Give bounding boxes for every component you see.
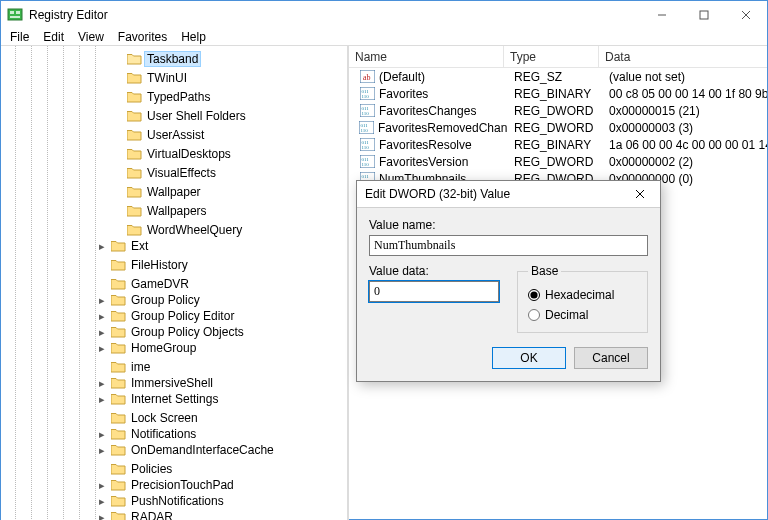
- tree-item[interactable]: ▸PrecisionTouchPad: [1, 477, 347, 493]
- svg-text:110: 110: [361, 145, 369, 150]
- value-row[interactable]: 011110FavoritesResolveREG_BINARY1a 06 00…: [349, 136, 767, 153]
- dialog-close-button[interactable]: [628, 184, 652, 204]
- menu-view[interactable]: View: [71, 29, 111, 45]
- menubar: FileEditViewFavoritesHelp: [1, 29, 767, 45]
- value-type: REG_BINARY: [514, 87, 591, 101]
- col-data[interactable]: Data: [599, 46, 767, 67]
- tree-item[interactable]: TypedPaths: [1, 89, 347, 105]
- maximize-button[interactable]: [683, 1, 725, 29]
- tree-item-label: TypedPaths: [145, 90, 212, 104]
- tree-item[interactable]: FileHistory: [1, 257, 347, 273]
- folder-icon: [126, 109, 142, 123]
- tree-item-label: VisualEffects: [145, 166, 218, 180]
- value-name: FavoritesRemovedChanges: [378, 121, 508, 135]
- col-type[interactable]: Type: [504, 46, 599, 67]
- value-data-input[interactable]: [369, 281, 499, 302]
- tree-item-label: VirtualDesktops: [145, 147, 233, 161]
- folder-icon: [110, 494, 126, 508]
- dialog-titlebar[interactable]: Edit DWORD (32-bit) Value: [357, 181, 660, 208]
- tree-expander-icon[interactable]: ▸: [95, 341, 109, 355]
- tree-expander-icon[interactable]: ▸: [95, 510, 109, 520]
- svg-text:110: 110: [361, 162, 369, 167]
- tree-item[interactable]: ▸Group Policy Editor: [1, 308, 347, 324]
- menu-edit[interactable]: Edit: [36, 29, 71, 45]
- tree-expander-icon[interactable]: ▸: [95, 478, 109, 492]
- tree-item[interactable]: ▸Group Policy: [1, 292, 347, 308]
- tree-item[interactable]: ▸HomeGroup: [1, 340, 347, 356]
- tree-item[interactable]: WordWheelQuery: [1, 222, 347, 238]
- tree-item[interactable]: Wallpapers: [1, 203, 347, 219]
- tree-expander-icon[interactable]: ▸: [95, 239, 109, 253]
- menu-file[interactable]: File: [3, 29, 36, 45]
- tree-expander-icon[interactable]: ▸: [95, 392, 109, 406]
- value-row[interactable]: 011110FavoritesVersionREG_DWORD0x0000000…: [349, 153, 767, 170]
- folder-icon: [110, 392, 126, 406]
- tree-expander-icon[interactable]: ▸: [95, 443, 109, 457]
- ok-button[interactable]: OK: [492, 347, 566, 369]
- edit-dword-dialog[interactable]: Edit DWORD (32-bit) Value Value name: Va…: [356, 180, 661, 382]
- tree-item[interactable]: User Shell Folders: [1, 108, 347, 124]
- tree-item[interactable]: Lock Screen: [1, 410, 347, 426]
- menu-favorites[interactable]: Favorites: [111, 29, 174, 45]
- titlebar[interactable]: Registry Editor: [1, 1, 767, 29]
- minimize-button[interactable]: [641, 1, 683, 29]
- radio-hexadecimal[interactable]: Hexadecimal: [528, 286, 637, 304]
- folder-icon: [126, 52, 142, 66]
- tree-item-label: Notifications: [129, 427, 198, 441]
- value-data: 1a 06 00 00 4c 00 00 00 01 14 02 00: [609, 138, 767, 152]
- tree-item[interactable]: Wallpaper: [1, 184, 347, 200]
- tree-item[interactable]: ▸Internet Settings: [1, 391, 347, 407]
- radio-hexadecimal-input[interactable]: [528, 289, 540, 301]
- value-row[interactable]: 011110FavoritesChangesREG_DWORD0x0000001…: [349, 102, 767, 119]
- tree-item-label: ImmersiveShell: [129, 376, 215, 390]
- folder-icon: [126, 90, 142, 104]
- tree-item[interactable]: ime: [1, 359, 347, 375]
- tree-expander-icon[interactable]: ▸: [95, 293, 109, 307]
- tree-item[interactable]: GameDVR: [1, 276, 347, 292]
- tree-item-label: GameDVR: [129, 277, 191, 291]
- cancel-button[interactable]: Cancel: [574, 347, 648, 369]
- tree-item[interactable]: VirtualDesktops: [1, 146, 347, 162]
- radio-decimal[interactable]: Decimal: [528, 306, 637, 324]
- value-name: Favorites: [379, 87, 428, 101]
- radio-decimal-input[interactable]: [528, 309, 540, 321]
- tree-item[interactable]: ▸Group Policy Objects: [1, 324, 347, 340]
- tree-item[interactable]: VisualEffects: [1, 165, 347, 181]
- folder-icon: [126, 128, 142, 142]
- tree-item[interactable]: ▸Notifications: [1, 426, 347, 442]
- value-row[interactable]: ab(Default)REG_SZ(value not set): [349, 68, 767, 85]
- tree-expander-icon[interactable]: ▸: [95, 309, 109, 323]
- values-header[interactable]: Name Type Data: [349, 46, 767, 68]
- tree-item[interactable]: ▸OnDemandInterfaceCache: [1, 442, 347, 458]
- tree-expander-icon[interactable]: ▸: [95, 494, 109, 508]
- col-name[interactable]: Name: [349, 46, 504, 67]
- tree-item[interactable]: Taskband: [1, 51, 347, 67]
- value-row[interactable]: 011110FavoritesREG_BINARY00 c8 05 00 00 …: [349, 85, 767, 102]
- tree-item[interactable]: UserAssist: [1, 127, 347, 143]
- tree-item[interactable]: TWinUI: [1, 70, 347, 86]
- tree-item[interactable]: Policies: [1, 461, 347, 477]
- value-row[interactable]: 011110FavoritesRemovedChangesREG_DWORD0x…: [349, 119, 767, 136]
- close-button[interactable]: [725, 1, 767, 29]
- svg-text:ab: ab: [363, 73, 371, 82]
- folder-icon: [126, 185, 142, 199]
- tree-expander-icon[interactable]: ▸: [95, 376, 109, 390]
- folder-icon: [126, 204, 142, 218]
- tree-expander-icon[interactable]: ▸: [95, 427, 109, 441]
- tree-item[interactable]: ▸ImmersiveShell: [1, 375, 347, 391]
- folder-icon: [110, 239, 126, 253]
- svg-text:110: 110: [361, 94, 369, 99]
- folder-icon: [110, 293, 126, 307]
- tree-panel[interactable]: TaskbandTWinUITypedPathsUser Shell Folde…: [1, 46, 349, 520]
- tree-expander-icon[interactable]: ▸: [95, 325, 109, 339]
- tree-item[interactable]: ▸PushNotifications: [1, 493, 347, 509]
- value-binary-icon: 011110: [359, 104, 375, 118]
- svg-rect-1: [10, 11, 14, 14]
- tree-item-label: Policies: [129, 462, 174, 476]
- tree-item[interactable]: ▸Ext: [1, 238, 347, 254]
- value-type: REG_DWORD: [514, 121, 593, 135]
- folder-icon: [110, 443, 126, 457]
- value-name-input[interactable]: [369, 235, 648, 256]
- tree-item[interactable]: ▸RADAR: [1, 509, 347, 520]
- menu-help[interactable]: Help: [174, 29, 213, 45]
